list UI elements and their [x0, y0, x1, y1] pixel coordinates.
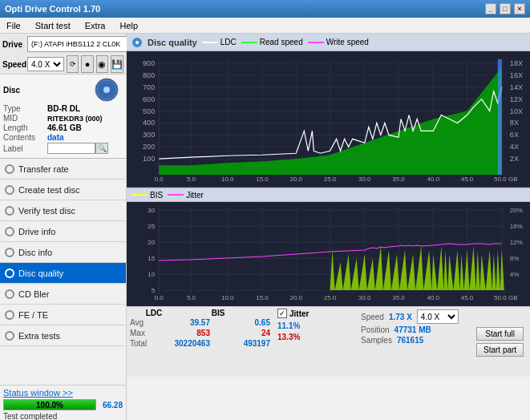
bottom-stats: LDC BIS Avg 39.57 0.65 Max 853 24 Total … — [127, 306, 530, 377]
svg-text:20.0: 20.0 — [289, 294, 302, 301]
start-full-btn[interactable]: Start full — [476, 327, 524, 341]
speed-icon1[interactable]: ⟳ — [67, 55, 79, 73]
svg-text:14X: 14X — [510, 83, 523, 91]
menu-help[interactable]: Help — [116, 19, 141, 32]
disc-length-val: 46.61 GB — [47, 123, 82, 132]
progress-bar: 100.0% — [3, 399, 96, 410]
svg-text:15.0: 15.0 — [256, 294, 269, 301]
nav-extra-tests[interactable]: Extra tests — [0, 325, 126, 346]
svg-text:900: 900 — [143, 59, 155, 67]
start-part-btn[interactable]: Start part — [476, 343, 524, 357]
top-chart-svg: 900 800 700 600 500 400 300 200 100 18X … — [127, 51, 530, 187]
drive-speed-toolbar: Drive (F:) ATAPI iHBS112 2 CL0K ▲ Speed … — [0, 34, 126, 75]
disc-panel-title: Disc — [3, 86, 20, 95]
svg-text:15.0: 15.0 — [256, 176, 269, 183]
nav-disc-quality[interactable]: Disc quality — [0, 263, 126, 284]
max-jitter: 13.3% — [277, 333, 300, 341]
svg-text:500: 500 — [143, 107, 155, 115]
jitter-checkbox[interactable]: ✓ — [277, 309, 287, 318]
total-bis: 493197 — [226, 339, 270, 348]
menu-extra[interactable]: Extra — [82, 19, 109, 32]
bis-header: BIS — [194, 309, 242, 317]
svg-text:40.0: 40.0 — [427, 176, 439, 183]
svg-text:12X: 12X — [510, 95, 523, 103]
writespeed-legend-label: Write speed — [326, 38, 369, 46]
label-search-btn[interactable]: 🔍 — [95, 143, 108, 154]
nav-create-test-disc[interactable]: Create test disc — [0, 180, 126, 200]
title-bar: Opti Drive Control 1.70 _ □ × — [0, 0, 530, 18]
svg-text:10X: 10X — [510, 107, 523, 115]
svg-text:16%: 16% — [510, 223, 523, 230]
nav-transfer-rate[interactable]: Transfer rate — [0, 159, 126, 180]
samples-label: Samples — [361, 336, 392, 345]
nav-items: Transfer rate Create test disc Verify te… — [0, 159, 126, 385]
speed-select-stats[interactable]: 4.0 X — [417, 309, 459, 324]
icon-btn2[interactable]: ● — [81, 55, 93, 73]
svg-point-1 — [103, 87, 110, 93]
close-btn[interactable]: × — [514, 3, 525, 14]
svg-text:2X: 2X — [510, 155, 519, 163]
icon-btn3[interactable]: ◉ — [96, 55, 108, 73]
nav-verify-test-disc[interactable]: Verify test disc — [0, 200, 126, 221]
svg-text:25.0: 25.0 — [324, 176, 337, 183]
save-btn[interactable]: 💾 — [111, 55, 123, 73]
speed-select-main[interactable]: 4.0 X — [27, 57, 64, 71]
ldc-legend-label: LDC — [220, 38, 237, 46]
content-area: Disc quality LDC Read speed Write speed — [127, 34, 530, 420]
svg-text:20%: 20% — [510, 207, 523, 214]
disc-icon — [91, 78, 123, 102]
svg-text:700: 700 — [143, 83, 155, 91]
jitter-legend-line — [168, 194, 184, 196]
drive-label: Drive — [2, 40, 25, 49]
disc-label-input[interactable] — [47, 143, 95, 154]
status-window-link[interactable]: Status window >> — [3, 388, 73, 398]
svg-text:100: 100 — [143, 155, 155, 163]
app-title: Opti Drive Control 1.70 — [5, 4, 100, 14]
speed-reading: 1.73 X — [389, 313, 412, 321]
samples-val: 761615 — [397, 336, 423, 345]
minimize-btn[interactable]: _ — [485, 3, 496, 14]
svg-text:6X: 6X — [510, 131, 519, 139]
disc-mid-key: MID — [3, 114, 47, 123]
max-ldc: 853 — [166, 329, 210, 337]
nav-disc-info[interactable]: Disc info — [0, 242, 126, 263]
svg-text:50.0 GB: 50.0 GB — [494, 294, 518, 301]
svg-text:40.0: 40.0 — [427, 294, 439, 301]
svg-text:4%: 4% — [510, 271, 520, 278]
readspeed-legend-label: Read speed — [260, 38, 303, 46]
menu-starttest[interactable]: Start test — [32, 19, 74, 32]
svg-text:20.0: 20.0 — [289, 176, 302, 183]
maximize-btn[interactable]: □ — [500, 3, 511, 14]
svg-text:800: 800 — [143, 71, 155, 79]
svg-text:18X: 18X — [510, 59, 523, 67]
max-bis: 24 — [226, 329, 270, 337]
svg-text:5: 5 — [152, 287, 156, 294]
svg-text:45.0: 45.0 — [461, 176, 474, 183]
disc-type-key: Type — [3, 104, 47, 113]
svg-text:200: 200 — [143, 143, 155, 151]
jitter-section: ✓ Jitter 11.1% 13.3% — [277, 309, 358, 375]
nav-drive-info[interactable]: Drive info — [0, 221, 126, 242]
speed-label: Speed — [2, 60, 25, 69]
svg-point-5 — [136, 41, 139, 44]
svg-text:25.0: 25.0 — [324, 294, 337, 301]
disc-contents-key: Contents — [3, 133, 47, 142]
svg-text:10: 10 — [148, 271, 155, 278]
menu-file[interactable]: File — [3, 19, 24, 32]
menu-bar: File Start test Extra Help — [0, 18, 530, 34]
total-ldc: 30220463 — [166, 339, 210, 348]
nav-fe-te[interactable]: FE / TE — [0, 305, 126, 325]
nav-cd-bler[interactable]: CD Bler — [0, 284, 126, 305]
svg-text:8X: 8X — [510, 119, 519, 127]
svg-text:400: 400 — [143, 119, 155, 127]
disc-mid-val: RITEKDR3 (000) — [47, 115, 103, 123]
avg-bis: 0.65 — [226, 318, 270, 327]
svg-text:300: 300 — [143, 131, 155, 139]
status-completed: Test completed — [3, 412, 57, 420]
svg-text:35.0: 35.0 — [392, 176, 405, 183]
svg-text:25: 25 — [148, 223, 155, 230]
ldc-bis-stats: LDC BIS Avg 39.57 0.65 Max 853 24 Total … — [130, 309, 274, 375]
svg-rect-58 — [498, 59, 502, 175]
position-label: Position — [361, 325, 390, 334]
speed-static-label: Speed — [361, 313, 384, 321]
